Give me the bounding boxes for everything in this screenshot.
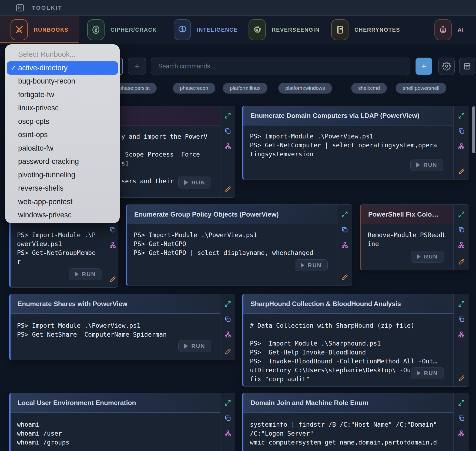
run-button[interactable]: RUN <box>411 251 444 263</box>
edit-pencil-icon[interactable] <box>458 258 465 265</box>
menu-option[interactable]: web-app-pentest <box>5 195 120 209</box>
store-icon <box>463 62 471 71</box>
run-label: RUN <box>308 262 322 268</box>
copy-icon[interactable] <box>109 226 116 233</box>
menu-option[interactable]: password-cracking <box>5 155 120 168</box>
expand-icon[interactable] <box>224 300 231 307</box>
app-title: TOOLKIT <box>32 0 62 16</box>
runbook-dropdown-menu: Select Runbook... ✓ active-directory bug… <box>5 44 120 223</box>
command-card: Enumerate Shares with PowerView PS> Impo… <box>9 294 235 360</box>
expand-icon[interactable] <box>458 112 465 119</box>
top-bar: TOOLKIT <box>0 0 476 16</box>
run-button[interactable]: RUN <box>178 340 211 352</box>
expand-icon[interactable] <box>458 399 465 406</box>
menu-option[interactable]: paloalto-fw <box>5 142 120 155</box>
card-action-rail <box>337 205 352 286</box>
copy-icon[interactable] <box>224 316 231 323</box>
run-button[interactable]: RUN <box>178 177 211 188</box>
card-code: systeminfo | findstr /B /C:"Host Name" /… <box>250 420 437 447</box>
expand-icon[interactable] <box>224 112 231 119</box>
flow-icon[interactable] <box>341 241 348 248</box>
tab-inteligence-label: INTELIGENCE <box>197 27 238 33</box>
flow-icon[interactable] <box>224 331 231 338</box>
edit-pencil-icon[interactable] <box>458 374 465 382</box>
tab-cipher-crack[interactable]: CIPHER/CRACK <box>87 16 157 44</box>
menu-option[interactable]: reverse-shells <box>5 182 120 195</box>
filter-chip[interactable]: platform:linux <box>223 83 267 94</box>
menu-option[interactable]: osint-ops <box>5 128 120 142</box>
expand-icon[interactable] <box>458 211 465 218</box>
edit-pencil-icon[interactable] <box>224 348 231 355</box>
card-code: Remove-Module PSReadL ine <box>368 231 446 248</box>
expand-icon[interactable] <box>224 399 231 406</box>
card-title: Enumerate Group Policy Objects (PowerVie… <box>134 205 279 224</box>
tab-inteligence[interactable]: INTELIGENCE <box>174 16 238 44</box>
gear-icon <box>442 62 451 71</box>
card-title: Enumerate Domain Computers via LDAP (Pow… <box>250 106 419 125</box>
copy-icon[interactable] <box>341 226 348 233</box>
flow-icon[interactable] <box>458 331 465 338</box>
menu-option[interactable]: windows-privesc <box>5 208 120 222</box>
edit-pencil-icon[interactable] <box>341 274 348 281</box>
flow-icon[interactable] <box>458 430 465 437</box>
expand-icon[interactable] <box>341 211 348 218</box>
run-label: RUN <box>191 179 205 186</box>
settings-button[interactable] <box>438 58 455 75</box>
card-code: PS> Import-Module .\PowerView.ps1 PS> Ge… <box>134 231 313 257</box>
edit-pencil-icon[interactable] <box>458 168 465 175</box>
tab-reverseengin[interactable]: REVERSEENGIN <box>249 16 320 44</box>
tab-ai-label: AI <box>458 27 464 33</box>
tab-cherrynotes[interactable]: CHERRYNOTES <box>331 16 400 44</box>
flow-icon[interactable] <box>109 241 116 248</box>
filter-chip[interactable]: shell:cmd <box>351 83 387 94</box>
command-card: Enumerate Group Policy Objects (PowerVie… <box>126 204 352 286</box>
card-code: PS> Import-Module .\P owerView.ps1 PS> G… <box>17 231 96 266</box>
flow-icon[interactable] <box>458 241 465 248</box>
copy-icon[interactable] <box>458 226 465 233</box>
flow-icon[interactable] <box>224 430 231 437</box>
run-label: RUN <box>424 253 438 260</box>
edit-pencil-icon[interactable] <box>109 276 116 283</box>
card-title: Domain Join and Machine Role Enum <box>250 393 368 413</box>
new-command-button[interactable]: + <box>415 58 432 75</box>
menu-option-selected[interactable]: ✓ active-directory <box>7 61 118 75</box>
play-icon <box>184 344 188 349</box>
card-title: PowerShell Fix Colo… <box>368 205 438 224</box>
filter-chip[interactable]: shell:powershell <box>396 83 446 94</box>
edit-pencil-icon[interactable] <box>224 185 231 193</box>
robot-icon <box>434 19 452 40</box>
run-label: RUN <box>191 343 205 349</box>
filter-chip[interactable]: platform:windows <box>278 83 332 94</box>
tab-runbooks[interactable]: RUNBOOKS <box>11 16 69 44</box>
tab-ai[interactable]: AI <box>434 16 464 44</box>
expand-icon[interactable] <box>458 300 465 307</box>
run-button[interactable]: RUN <box>411 367 444 379</box>
filter-chip[interactable]: phase:recon <box>173 83 215 94</box>
copy-icon[interactable] <box>458 127 465 134</box>
menu-option[interactable]: pivoting-tunneling <box>5 168 120 182</box>
menu-option[interactable]: bug-bounty-recon <box>5 75 120 88</box>
flow-icon[interactable] <box>458 143 465 150</box>
copy-icon[interactable] <box>224 127 231 134</box>
run-button[interactable]: RUN <box>295 259 328 271</box>
menu-option[interactable]: linux-privesc <box>5 101 120 115</box>
card-title: Local User Environment Enumeration <box>18 393 136 413</box>
search-input[interactable] <box>151 58 410 75</box>
card-code: PS> Import-Module .\PowerView.ps1 PS> Ge… <box>17 321 167 339</box>
card-code: # Data Collection with SharpHound (zip f… <box>250 321 437 384</box>
play-icon <box>75 272 79 277</box>
menu-option[interactable]: oscp-cpts <box>5 115 120 128</box>
run-button[interactable]: RUN <box>69 268 102 280</box>
sidebar-toggle-icon[interactable] <box>15 3 25 13</box>
card-code: PS> Import-Module .\PowerView.ps1 PS> Ge… <box>250 132 437 159</box>
store-button[interactable] <box>459 58 475 75</box>
copy-icon[interactable] <box>224 414 231 422</box>
menu-option[interactable]: fortigate-fw <box>5 88 120 102</box>
flow-icon[interactable] <box>224 143 231 150</box>
run-button[interactable]: RUN <box>410 159 443 171</box>
copy-icon[interactable] <box>458 414 465 422</box>
scrollbar-thumb[interactable] <box>472 106 475 153</box>
tab-bar: RUNBOOKS CIPHER/CRACK INTELIGENCE <box>0 16 476 44</box>
add-runbook-button[interactable]: + <box>128 58 146 75</box>
copy-icon[interactable] <box>458 316 465 323</box>
